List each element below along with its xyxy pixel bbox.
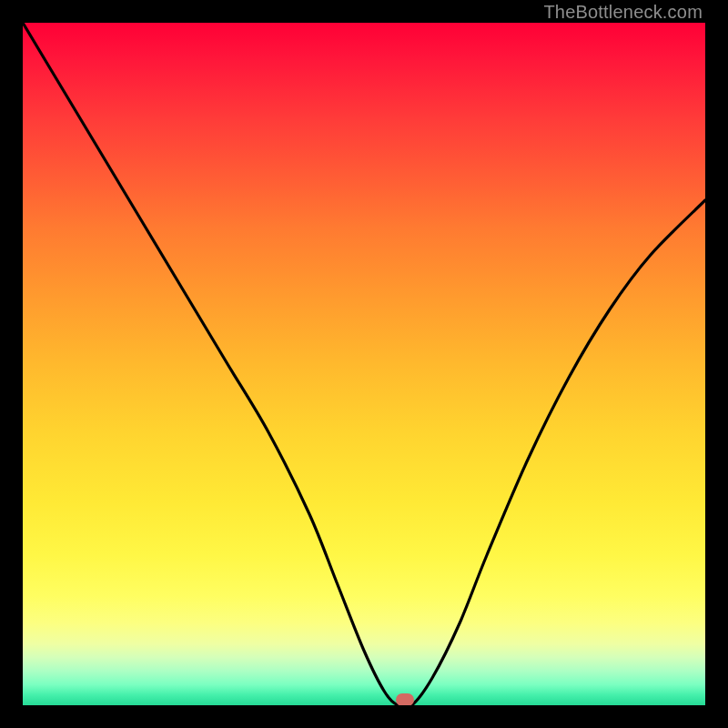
bottleneck-curve	[23, 23, 705, 705]
attribution-text: TheBottleneck.com	[543, 2, 703, 23]
plot-area	[23, 23, 705, 705]
bottleneck-marker	[396, 693, 414, 705]
chart-frame: TheBottleneck.com	[0, 0, 728, 728]
